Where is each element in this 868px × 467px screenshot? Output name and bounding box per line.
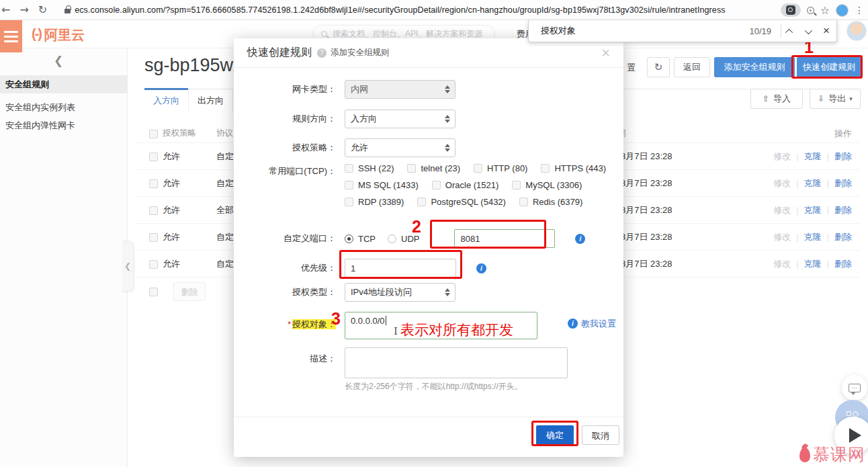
quick-create-rule-button[interactable]: 快速创建规则 xyxy=(797,57,861,77)
flame-icon xyxy=(799,448,810,462)
feedback-chat-button[interactable]: ⋯ xyxy=(842,375,867,400)
action-clone[interactable]: 克隆 xyxy=(804,231,822,243)
avatar[interactable] xyxy=(847,21,867,41)
panel-collapse-icon[interactable]: ❮ xyxy=(122,241,134,292)
port-checkbox-mssql[interactable] xyxy=(345,181,353,189)
action-delete[interactable]: 删除 xyxy=(834,151,852,163)
cell-policy: 允许 xyxy=(163,258,216,270)
hamburger-menu-icon[interactable] xyxy=(0,20,22,52)
export-button[interactable]: ⇩ 导出 ▾ xyxy=(810,89,861,109)
custom-port-input[interactable]: 8081 xyxy=(454,229,555,248)
row-checkbox[interactable] xyxy=(149,288,158,296)
back-button[interactable]: 返回 xyxy=(674,57,710,77)
description-textarea[interactable] xyxy=(345,347,568,378)
action-clone[interactable]: 克隆 xyxy=(804,258,822,270)
action-modify: 修改 xyxy=(773,258,791,270)
action-modify: 修改 xyxy=(773,151,791,163)
field-direction: 规则方向： 入方向 xyxy=(234,110,455,128)
zoom-icon[interactable]: + xyxy=(807,7,814,14)
port-checkbox-http[interactable] xyxy=(474,164,482,173)
action-clone[interactable]: 克隆 xyxy=(804,151,822,163)
field-auth-object: *授权对象： 0.0.0.0/0 I 表示对所有都开发 i 教我设置 xyxy=(234,312,616,339)
field-nic-type: 网卡类型： 内网 xyxy=(234,80,455,99)
action-delete[interactable]: 删除 xyxy=(834,204,852,216)
dialog-close-icon[interactable]: × xyxy=(601,46,610,60)
action-delete[interactable]: 删除 xyxy=(834,231,852,243)
policy-select[interactable]: 允许 xyxy=(345,138,455,157)
row-checkbox[interactable] xyxy=(149,233,158,242)
import-label: 导入 xyxy=(773,93,791,105)
sidebar-item-security-group-rules[interactable]: 安全组规则 xyxy=(0,75,128,93)
refresh-button[interactable]: ↻ xyxy=(647,57,670,77)
find-active-icon[interactable] xyxy=(781,3,801,17)
field-label: 规则方向： xyxy=(234,113,345,125)
sidebar-collapse-icon[interactable]: ❮ xyxy=(54,54,63,67)
row-checkbox[interactable] xyxy=(149,206,158,215)
add-security-group-rule-button[interactable]: 添加安全组规则 xyxy=(714,57,795,77)
action-delete[interactable]: 删除 xyxy=(834,258,852,270)
back-icon[interactable]: ← xyxy=(1,3,10,16)
cell-policy: 允许 xyxy=(163,151,216,163)
find-previous-icon[interactable] xyxy=(781,25,799,37)
row-checkbox[interactable] xyxy=(149,260,158,269)
cancel-button[interactable]: 取消 xyxy=(582,425,619,445)
sidebar-item-instances-in-group[interactable]: 安全组内实例列表 xyxy=(0,98,128,116)
confirm-button[interactable]: 确定 xyxy=(536,425,574,445)
add-rule-help-link[interactable]: 添加安全组规则 xyxy=(331,47,390,58)
import-button[interactable]: ⇧ 导入 xyxy=(750,89,803,109)
custom-port-value: 8081 xyxy=(460,234,480,244)
browser-menu-icon[interactable]: ⋮ xyxy=(855,5,864,15)
port-checkbox-rdp[interactable] xyxy=(345,198,353,206)
description-hint: 长度为2-256个字符，不能以http://或https://开头。 xyxy=(345,381,523,392)
help-icon[interactable]: ? xyxy=(317,48,327,58)
info-icon[interactable]: i xyxy=(476,263,486,273)
bookmark-star-icon[interactable]: ☆ xyxy=(820,4,830,17)
auth-object-input[interactable]: 0.0.0.0/0 I 表示对所有都开发 xyxy=(345,312,537,339)
reload-icon[interactable]: ↻ xyxy=(38,3,47,16)
auth-object-label: 授权对象： xyxy=(292,319,336,329)
port-checkbox-oracle[interactable] xyxy=(432,181,441,189)
address-bar[interactable]: ecs.console.aliyun.com/?spm=5176.6660585… xyxy=(75,5,725,15)
port-checkbox-postgresql[interactable] xyxy=(417,198,426,206)
port-checkbox-redis[interactable] xyxy=(519,198,528,206)
browser-profile-icon[interactable] xyxy=(836,4,849,17)
info-icon[interactable]: i xyxy=(568,319,578,329)
row-checkbox[interactable] xyxy=(149,179,158,188)
field-label: 网卡类型： xyxy=(234,83,345,95)
find-next-icon[interactable] xyxy=(799,25,816,37)
nic-type-select[interactable]: 内网 xyxy=(345,80,455,99)
batch-delete-button[interactable]: 删除 xyxy=(173,282,206,301)
port-checkbox-ssh[interactable] xyxy=(345,164,353,173)
action-modify: 修改 xyxy=(773,177,791,189)
dialog-footer: 确定 取消 xyxy=(234,417,623,457)
auth-type-value: IPv4地址段访问 xyxy=(351,286,412,298)
direction-select[interactable]: 入方向 xyxy=(345,110,455,128)
tab-outbound[interactable]: 出方向 xyxy=(189,89,233,112)
tab-inbound[interactable]: 入方向 xyxy=(144,89,189,112)
port-checkbox-https[interactable] xyxy=(541,164,550,173)
action-clone[interactable]: 克隆 xyxy=(804,177,822,189)
forward-icon[interactable]: → xyxy=(19,3,28,16)
find-close-icon[interactable]: × xyxy=(816,24,836,38)
radio-tcp-label: TCP xyxy=(358,234,376,244)
row-checkbox[interactable] xyxy=(149,153,158,161)
aliyun-logo[interactable]: (-) 阿里云 xyxy=(32,26,85,44)
select-arrows-icon xyxy=(445,115,450,123)
radio-tcp[interactable] xyxy=(345,235,353,243)
find-term[interactable]: 授权对象 xyxy=(541,25,576,37)
priority-input[interactable]: 1 xyxy=(345,259,456,278)
action-clone[interactable]: 克隆 xyxy=(804,204,822,216)
info-icon[interactable]: i xyxy=(575,234,585,244)
port-checkbox-telnet[interactable] xyxy=(407,164,416,173)
col-policy: 授权策略 xyxy=(163,128,216,139)
port-label: PostgreSQL (5432) xyxy=(431,197,506,207)
action-delete[interactable]: 删除 xyxy=(834,177,852,189)
teach-me-link[interactable]: 教我设置 xyxy=(581,318,616,330)
sidebar-item-enis-in-group[interactable]: 安全组内弹性网卡 xyxy=(0,116,128,134)
port-checkbox-mysql[interactable] xyxy=(512,181,521,189)
play-icon xyxy=(849,428,861,443)
auth-type-select[interactable]: IPv4地址段访问 xyxy=(345,283,455,302)
select-all-checkbox[interactable] xyxy=(149,130,158,138)
radio-udp[interactable] xyxy=(388,235,396,243)
port-label: MS SQL (1433) xyxy=(358,180,419,190)
